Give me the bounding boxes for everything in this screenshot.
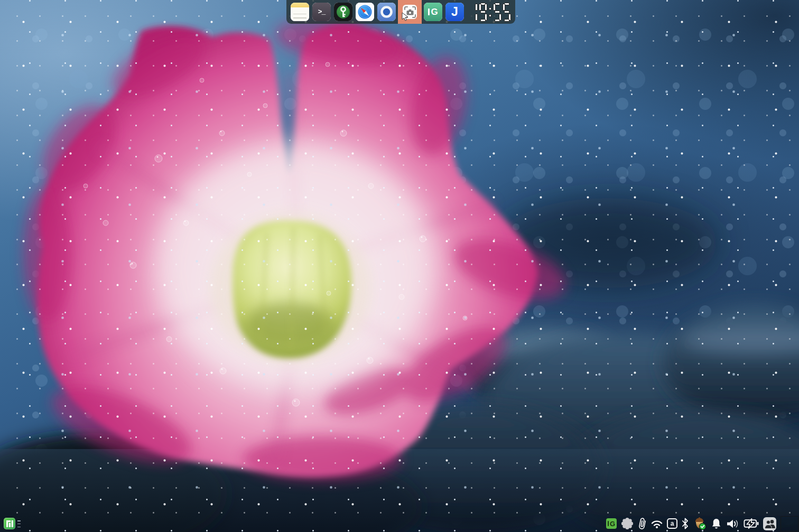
dock-item-keepassxc[interactable]	[334, 3, 352, 21]
key-icon	[334, 3, 352, 21]
screen-capture-icon	[403, 5, 417, 19]
terminal-icon: >_	[312, 3, 331, 21]
manjaro-menu-button[interactable]	[4, 518, 15, 529]
tray-user-sessions[interactable]	[763, 517, 776, 530]
tray-notifications[interactable]	[711, 518, 722, 530]
dock-clock[interactable]	[469, 2, 511, 22]
bell-icon	[711, 518, 722, 530]
wifi-icon	[651, 519, 663, 528]
acorn-check-icon	[693, 517, 707, 530]
dock: >_	[286, 0, 515, 24]
letter-j-icon: J	[445, 3, 464, 21]
tray-volume[interactable]	[726, 518, 739, 529]
tray-clipboard[interactable]	[638, 517, 647, 530]
tray-workspace-pager[interactable]	[781, 516, 798, 531]
letter-g-icon: G	[424, 3, 442, 21]
tray-wifi[interactable]	[651, 519, 663, 528]
terminal-prompt-glyph: >_	[318, 8, 326, 16]
cursor-arrow-icon	[402, 12, 410, 21]
system-tray: G a	[606, 515, 799, 532]
wallpaper-rain-sparkles	[0, 0, 799, 532]
tray-cloud-sync[interactable]	[693, 517, 707, 530]
battery-charging-icon	[744, 518, 759, 529]
tray-settings-daemon[interactable]	[621, 517, 634, 530]
taskbar-menu-handle[interactable]	[17, 520, 21, 527]
speaker-icon	[726, 518, 739, 529]
manjaro-logo-icon	[6, 520, 13, 527]
flower-gear-icon	[621, 517, 634, 530]
taskbar: G a	[0, 515, 799, 532]
tray-bluetooth[interactable]	[682, 518, 689, 529]
tray-battery[interactable]	[744, 518, 759, 529]
tray-input-method[interactable]: a	[667, 518, 677, 529]
paperclip-icon	[637, 516, 648, 531]
dock-item-safari[interactable]	[356, 3, 374, 21]
dock-item-j-app[interactable]: J	[445, 3, 464, 21]
tray-g-app[interactable]: G	[606, 518, 617, 529]
two-users-icon	[764, 519, 776, 529]
safari-compass-icon	[356, 3, 374, 21]
letter-a-glyph: a	[671, 520, 674, 527]
dock-item-terminal[interactable]: >_	[312, 3, 331, 21]
dock-item-screenshot-tool[interactable]	[398, 0, 422, 24]
dock-item-g-app[interactable]: G	[424, 3, 442, 21]
notes-icon	[291, 3, 309, 21]
dock-item-notes[interactable]	[291, 3, 309, 21]
bluetooth-icon	[682, 518, 689, 529]
browser-ring-icon	[377, 3, 396, 21]
dock-item-chromium[interactable]	[377, 3, 396, 21]
